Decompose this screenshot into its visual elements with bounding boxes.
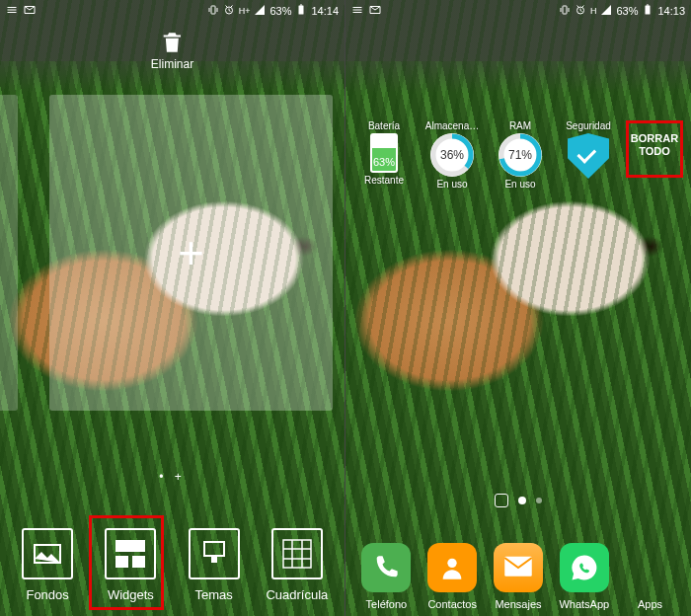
- app-indicator-icon: [6, 4, 18, 18]
- app-indicator-icon: [351, 4, 363, 18]
- shield-icon: [568, 133, 609, 179]
- network-type: H: [590, 6, 597, 16]
- svg-rect-13: [647, 5, 649, 6]
- edit-toolbar: Fondos Widgets Temas Cuadrícula: [0, 528, 345, 606]
- mail-icon: [369, 4, 381, 18]
- svg-point-18: [448, 559, 457, 568]
- clear-all-button[interactable]: BORRAR TODO: [626, 120, 683, 190]
- wallpaper: [346, 0, 691, 616]
- page-indicator: • +: [159, 470, 186, 484]
- svg-rect-19: [504, 557, 532, 577]
- apps-grid-icon: [626, 543, 675, 592]
- widgets-label: Widgets: [92, 587, 169, 602]
- themes-label: Temas: [176, 587, 253, 602]
- network-type: H+: [239, 6, 251, 16]
- svg-rect-8: [204, 542, 224, 556]
- battery-widget[interactable]: Batería 63% Restante: [353, 120, 415, 190]
- phone-app[interactable]: Teléfono: [355, 543, 417, 610]
- svg-rect-10: [563, 6, 567, 14]
- dock: Teléfono Contactos Mensajes WhatsApp App…: [346, 543, 691, 610]
- signal-icon: [254, 4, 266, 18]
- mail-icon: [24, 4, 36, 18]
- storage-gauge-icon: 36%: [430, 133, 474, 177]
- svg-rect-9: [283, 540, 311, 568]
- widgets-button[interactable]: Widgets: [92, 528, 169, 602]
- grid-icon: [282, 539, 312, 569]
- security-widget[interactable]: Seguridad: [558, 120, 619, 190]
- messages-app[interactable]: Mensajes: [488, 543, 549, 610]
- svg-rect-3: [300, 5, 302, 6]
- delete-drop-target[interactable]: Eliminar: [151, 30, 193, 71]
- signal-icon: [600, 4, 612, 18]
- battery-text: 63%: [616, 5, 638, 17]
- svg-rect-0: [211, 6, 215, 14]
- ram-gauge-icon: 71%: [499, 133, 542, 177]
- alarm-icon: [575, 4, 586, 18]
- contacts-app[interactable]: Contactos: [422, 543, 483, 610]
- vibrate-icon: [559, 4, 571, 18]
- whatsapp-icon: [570, 553, 599, 582]
- brush-icon: [200, 540, 228, 568]
- trash-icon: [160, 30, 186, 55]
- envelope-icon: [503, 555, 533, 580]
- svg-rect-7: [132, 556, 145, 568]
- wallpapers-label: Fondos: [9, 587, 86, 602]
- svg-rect-6: [115, 556, 128, 568]
- battery-icon: [642, 4, 653, 18]
- grid-button[interactable]: Cuadrícula: [259, 528, 336, 602]
- smart-manager-widget[interactable]: Batería 63% Restante Almacena… 36% En us…: [353, 120, 683, 190]
- phone-icon: [372, 554, 400, 581]
- add-home-panel[interactable]: +: [49, 95, 333, 411]
- battery-text: 63%: [269, 5, 291, 17]
- battery-level-icon: 63%: [370, 133, 398, 173]
- widgets-icon: [115, 540, 145, 568]
- delete-label: Eliminar: [151, 57, 193, 71]
- status-bar: H 63% 14:13: [346, 0, 691, 22]
- themes-button[interactable]: Temas: [176, 528, 253, 602]
- ram-widget[interactable]: RAM 71% En uso: [490, 120, 551, 190]
- grid-label: Cuadrícula: [259, 587, 336, 602]
- svg-rect-5: [115, 540, 145, 552]
- clock: 14:14: [311, 5, 339, 17]
- status-bar: H+ 63% 14:14: [0, 0, 345, 22]
- vibrate-icon: [207, 4, 219, 18]
- battery-icon: [295, 4, 307, 18]
- whatsapp-app[interactable]: WhatsApp: [554, 543, 615, 610]
- storage-widget[interactable]: Almacena… 36% En uso: [422, 120, 483, 190]
- clock: 14:13: [657, 5, 685, 17]
- svg-rect-12: [646, 6, 651, 15]
- picture-icon: [34, 544, 61, 564]
- screen-edit-mode: H+ 63% 14:14 Eliminar + • + Fondos Widge…: [0, 0, 346, 616]
- svg-rect-2: [299, 6, 304, 15]
- apps-drawer[interactable]: Apps: [620, 543, 681, 610]
- alarm-icon: [223, 4, 235, 18]
- page-indicator[interactable]: [495, 494, 542, 507]
- wallpapers-button[interactable]: Fondos: [9, 528, 86, 602]
- page-dot[interactable]: [518, 497, 526, 504]
- home-panel-preview[interactable]: [0, 95, 18, 411]
- plus-icon: +: [178, 230, 204, 275]
- home-page-icon[interactable]: [495, 494, 508, 507]
- screen-home: H 63% 14:13 Batería 63% Restante Almacen…: [346, 0, 691, 616]
- page-dot[interactable]: [536, 498, 542, 503]
- person-icon: [438, 554, 466, 581]
